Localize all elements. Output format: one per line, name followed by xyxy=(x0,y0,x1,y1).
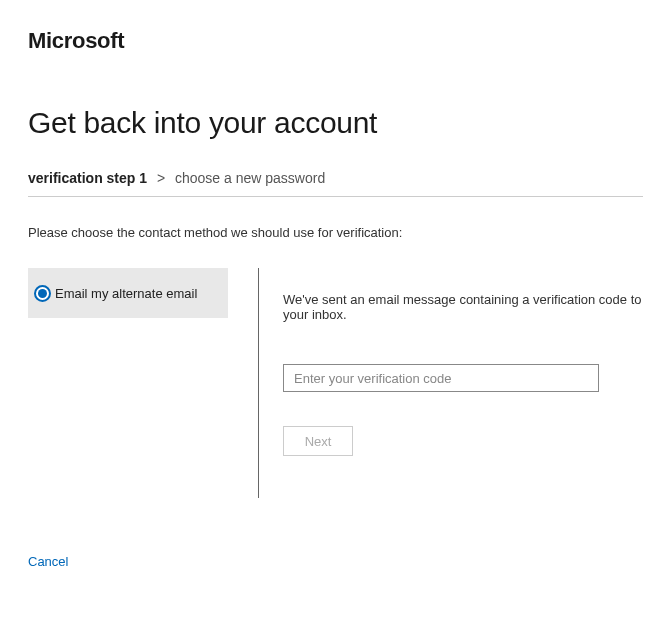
option-label: Email my alternate email xyxy=(55,286,197,301)
options-column: Email my alternate email xyxy=(28,268,228,498)
step-next: choose a new password xyxy=(175,170,325,186)
next-button[interactable]: Next xyxy=(283,426,353,456)
verification-code-input[interactable] xyxy=(283,364,599,392)
sent-message: We've sent an email message containing a… xyxy=(283,292,643,322)
vertical-divider xyxy=(258,268,259,498)
step-current: verification step 1 xyxy=(28,170,147,186)
radio-selected-icon xyxy=(34,285,51,302)
cancel-link[interactable]: Cancel xyxy=(28,554,68,569)
option-email-alternate[interactable]: Email my alternate email xyxy=(28,268,228,318)
page-title: Get back into your account xyxy=(28,106,643,140)
brand-logo: Microsoft xyxy=(28,28,643,54)
instruction-text: Please choose the contact method we shou… xyxy=(28,225,643,240)
content-column: We've sent an email message containing a… xyxy=(283,268,643,498)
verification-area: Email my alternate email We've sent an e… xyxy=(28,268,643,498)
breadcrumb: verification step 1 > choose a new passw… xyxy=(28,170,643,197)
step-separator: > xyxy=(157,170,165,186)
